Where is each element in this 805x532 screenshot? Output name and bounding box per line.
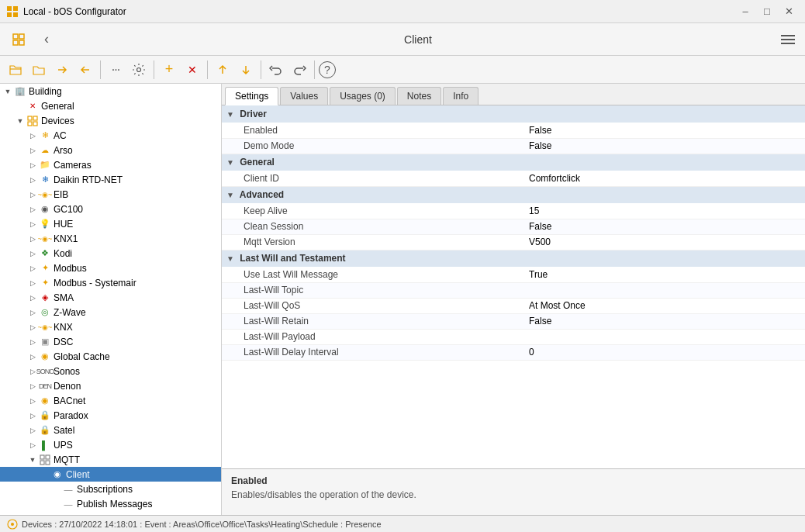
expand-mqtt[interactable]: ▼ [28,455,37,465]
tree-item-kodi[interactable]: ▷ ❖ Kodi [0,246,221,261]
satel-icon: 🔒 [39,424,51,437]
svg-rect-7 [19,40,24,45]
expand-arso[interactable]: ▷ [28,146,37,155]
tree-item-general[interactable]: ▷ ✕ General [0,98,221,113]
move-down-button[interactable] [235,59,257,81]
open-folder-button[interactable] [5,59,26,81]
detail-panel: Settings Values Usages (0) Notes Info [222,84,805,515]
expand-paradox[interactable]: ▷ [28,411,37,420]
tree-item-publish[interactable]: ▷ — Publish Messages [0,496,221,511]
expand-sma[interactable]: ▷ [28,293,37,302]
expand-knx1[interactable]: ▷ [28,234,37,244]
tree-item-denon[interactable]: ▷ DEN Denon [0,378,221,393]
tree-item-sma[interactable]: ▷ ◈ SMA [0,290,221,305]
backward-button[interactable] [74,59,96,81]
tree-item-dsc[interactable]: ▷ ▣ DSC [0,334,221,349]
back-button[interactable]: ‹ [34,27,59,52]
tab-values[interactable]: Values [280,87,328,105]
settings-button[interactable] [128,59,150,81]
home-button[interactable] [6,27,31,52]
tree-item-arso[interactable]: ▷ ☁ Arso [0,143,221,157]
tree-item-ups[interactable]: ▷ ▌ UPS [0,437,221,452]
expand-modbus-sys[interactable]: ▷ [28,278,37,288]
subscriptions-icon: — [62,483,74,496]
expand-eib[interactable]: ▷ [28,190,37,199]
description-panel: Enabled Enables/disables the operation o… [222,468,805,515]
maximize-button[interactable]: □ [757,4,777,19]
property-table: ▼ Driver Enabled False Demo Mode False [222,105,805,361]
add-button[interactable]: + [158,59,180,81]
tree-item-modbus-systemair[interactable]: ▷ ✦ Modbus - Systemair [0,275,221,290]
tree-item-knx[interactable]: ▷ ~◉~ KNX [0,320,221,334]
expand-denon[interactable]: ▷ [28,382,37,391]
expand-cameras[interactable]: ▷ [28,161,37,170]
expand-daikin[interactable]: ▷ [28,175,37,185]
tree-item-knx1[interactable]: ▷ ~◉~ KNX1 [0,231,221,246]
tree-item-cameras[interactable]: ▷ 📁 Cameras [0,157,221,172]
tab-usages[interactable]: Usages (0) [330,87,396,105]
ups-icon: ▌ [39,439,51,451]
ups-label: UPS [54,440,73,451]
toggle-driver[interactable]: ▼ [226,110,234,119]
tree-item-basic[interactable]: ▷ ◉ Basic [0,511,221,515]
close-button[interactable]: ✕ [779,4,799,19]
status-icon [6,518,19,530]
tree-item-sonos[interactable]: ▷ SONO Sonos [0,364,221,378]
delete-button[interactable]: ✕ [181,59,203,81]
expand-bacnet[interactable]: ▷ [28,396,37,406]
move-up-button[interactable] [212,59,233,81]
minimize-button[interactable]: – [735,4,755,19]
expand-building[interactable]: ▼ [3,87,12,96]
tree-item-modbus[interactable]: ▷ ✦ Modbus [0,261,221,275]
tab-notes[interactable]: Notes [397,87,441,105]
bacnet-label: BACnet [54,396,85,406]
tree-item-zwave[interactable]: ▷ ◎ Z-Wave [0,305,221,320]
toggle-general[interactable]: ▼ [226,158,234,167]
expand-gc100[interactable]: ▷ [28,205,37,214]
sonos-label: Sonos [54,366,80,377]
tree-item-hue[interactable]: ▷ 💡 HUE [0,216,221,231]
tree-item-globalcache[interactable]: ▷ ◉ Global Cache [0,349,221,364]
tree-item-devices[interactable]: ▼ Devices [0,113,221,128]
expand-basic[interactable]: ▷ [16,514,25,516]
toolbar-separator-5 [314,60,315,79]
expand-knx[interactable]: ▷ [28,323,37,332]
expand-zwave[interactable]: ▷ [28,308,37,317]
knx-icon: ~◉~ [39,321,51,333]
tree-item-gc100[interactable]: ▷ ◉ GC100 [0,202,221,216]
expand-devices[interactable]: ▼ [16,116,25,126]
expand-hue[interactable]: ▷ [28,219,37,229]
tree-item-subscriptions[interactable]: ▷ — Subscriptions [0,482,221,496]
tab-info[interactable]: Info [443,87,479,105]
expand-dsc[interactable]: ▷ [28,337,37,347]
expand-ups[interactable]: ▷ [28,440,37,450]
expand-globalcache[interactable]: ▷ [28,352,37,361]
tree-item-ac[interactable]: ▷ ❄ AC [0,128,221,143]
expand-kodi[interactable]: ▷ [28,249,37,258]
tree-item-bacnet[interactable]: ▷ ◉ BACnet [0,393,221,408]
help-button[interactable]: ? [319,61,336,78]
forward-button[interactable] [51,59,73,81]
ac-label: AC [54,130,67,141]
menu-button[interactable] [777,29,799,50]
open-folder-icon [9,63,22,77]
modbus-sys-label: Modbus - Systemair [54,278,136,288]
tab-settings[interactable]: Settings [225,87,278,105]
redo-button[interactable] [288,59,310,81]
tree-item-mqtt[interactable]: ▼ MQTT [0,452,221,467]
toggle-last-will[interactable]: ▼ [226,254,234,263]
expand-modbus[interactable]: ▷ [28,264,37,273]
tree-item-client[interactable]: ▷ ◉ Client [0,467,221,482]
tree-item-paradox[interactable]: ▷ 🔒 Paradox [0,408,221,423]
folder-button[interactable] [28,59,50,81]
expand-satel[interactable]: ▷ [28,426,37,435]
tree-item-eib[interactable]: ▷ ~◉~ EIB [0,187,221,202]
tree-item-building[interactable]: ▼ 🏢 Building [0,84,221,98]
undo-button[interactable] [265,59,287,81]
tree-item-daikin[interactable]: ▷ ❄ Daikin RTD-NET [0,172,221,187]
expand-ac[interactable]: ▷ [28,131,37,140]
tree-item-satel[interactable]: ▷ 🔒 Satel [0,423,221,437]
ellipsis-button[interactable]: ··· [105,59,126,81]
section-general: ▼ General [222,154,805,171]
toggle-advanced[interactable]: ▼ [226,191,234,199]
